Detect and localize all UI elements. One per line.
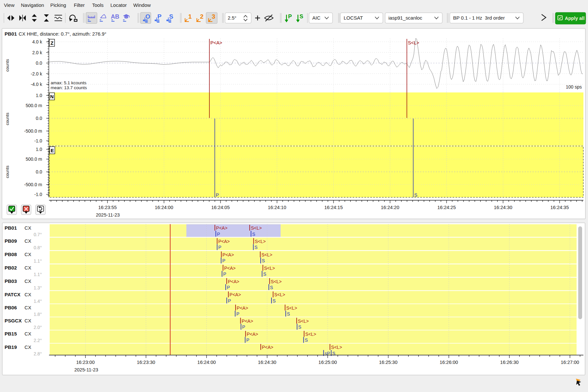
svg-text:S<L>: S<L> bbox=[271, 279, 282, 284]
svg-text:LOCSAT: LOCSAT bbox=[344, 15, 363, 21]
svg-text:S: S bbox=[252, 232, 255, 237]
svg-text:CX: CX bbox=[24, 292, 31, 297]
svg-text:16:23:55: 16:23:55 bbox=[98, 205, 117, 210]
svg-text:16:23:00: 16:23:00 bbox=[76, 360, 94, 365]
svg-text:P: P bbox=[227, 285, 230, 290]
svg-text:0.0: 0.0 bbox=[36, 60, 42, 66]
svg-text:S: S bbox=[254, 245, 257, 250]
svg-text:S<L>: S<L> bbox=[298, 318, 309, 324]
svg-text:S: S bbox=[273, 298, 276, 303]
svg-text:CX: CX bbox=[24, 265, 31, 270]
svg-text:0.0: 0.0 bbox=[36, 169, 42, 174]
svg-text:P<A>: P<A> bbox=[230, 292, 241, 297]
svg-text:P: P bbox=[242, 324, 245, 330]
svg-text:S: S bbox=[270, 285, 273, 290]
svg-text:S<L>: S<L> bbox=[408, 40, 419, 45]
svg-text:mean: 13.7 counts: mean: 13.7 counts bbox=[51, 85, 87, 90]
svg-text:P: P bbox=[223, 271, 226, 277]
svg-text:-1.0: -1.0 bbox=[34, 192, 42, 197]
svg-text:P: P bbox=[288, 13, 292, 20]
svg-text:View: View bbox=[4, 2, 14, 8]
svg-text:-500.0 m: -500.0 m bbox=[24, 182, 42, 187]
svg-text:4.0 k: 4.0 k bbox=[32, 39, 42, 44]
svg-text:P: P bbox=[217, 232, 220, 237]
svg-text:S<L>: S<L> bbox=[251, 225, 262, 231]
svg-text:2025-11-23: 2025-11-23 bbox=[96, 212, 120, 218]
svg-text:CX: CX bbox=[24, 344, 31, 350]
svg-text:16:27:00: 16:27:00 bbox=[561, 360, 579, 365]
svg-text:S<L>: S<L> bbox=[264, 266, 275, 271]
svg-text:P<A>: P<A> bbox=[247, 332, 258, 337]
svg-text:2.2°: 2.2° bbox=[34, 338, 42, 343]
svg-text:CX: CX bbox=[24, 252, 31, 257]
svg-text:2.5°: 2.5° bbox=[228, 15, 237, 21]
svg-text:counts: counts bbox=[5, 165, 10, 178]
svg-text:1.4°: 1.4° bbox=[34, 299, 42, 304]
svg-text:P: P bbox=[218, 245, 221, 250]
svg-text:CX: CX bbox=[24, 305, 31, 310]
svg-text:16:24:30: 16:24:30 bbox=[258, 360, 276, 365]
svg-text:P<A>: P<A> bbox=[224, 266, 236, 271]
svg-text:1.0: 1.0 bbox=[36, 147, 42, 152]
svg-text:1.0: 1.0 bbox=[36, 93, 42, 98]
svg-text:CX: CX bbox=[24, 318, 31, 323]
svg-text:S: S bbox=[300, 13, 303, 20]
svg-text:PB03: PB03 bbox=[5, 278, 17, 284]
svg-text:P: P bbox=[246, 337, 249, 343]
svg-text:0.7°: 0.7° bbox=[34, 232, 42, 237]
svg-text:P: P bbox=[157, 13, 162, 20]
svg-text:16:24:10: 16:24:10 bbox=[268, 205, 286, 210]
svg-text:S<L>: S<L> bbox=[305, 332, 316, 337]
svg-text:P<A>: P<A> bbox=[262, 345, 273, 350]
svg-text:1: 1 bbox=[188, 13, 192, 20]
svg-text:16:24:20: 16:24:20 bbox=[381, 205, 399, 210]
svg-text:16:23:30: 16:23:30 bbox=[137, 360, 155, 365]
svg-text:1.1°: 1.1° bbox=[34, 272, 42, 277]
svg-text:PB09: PB09 bbox=[5, 238, 17, 244]
svg-text:PB06: PB06 bbox=[5, 305, 17, 310]
svg-text:S: S bbox=[287, 311, 290, 317]
svg-text:2.8°: 2.8° bbox=[34, 351, 42, 356]
svg-text:-500.0 m: -500.0 m bbox=[24, 128, 42, 134]
svg-text:P<A>: P<A> bbox=[222, 252, 234, 257]
svg-text:P<A>: P<A> bbox=[242, 318, 253, 324]
svg-text:1.3°: 1.3° bbox=[34, 285, 42, 290]
svg-text:PB01: PB01 bbox=[5, 225, 17, 231]
svg-text:P<A>: P<A> bbox=[237, 305, 248, 311]
svg-text:counts: counts bbox=[5, 112, 10, 125]
svg-text:S<L>: S<L> bbox=[274, 292, 285, 297]
svg-text:Filter: Filter bbox=[74, 2, 85, 8]
svg-text:P<A>: P<A> bbox=[210, 40, 222, 45]
svg-text:CX: CX bbox=[24, 278, 31, 284]
svg-text:PSGCX: PSGCX bbox=[5, 318, 22, 323]
svg-text:16:24:30: 16:24:30 bbox=[494, 205, 512, 210]
svg-text:16:24:25: 16:24:25 bbox=[437, 205, 456, 210]
svg-text:P: P bbox=[216, 192, 219, 198]
svg-text:P<A>: P<A> bbox=[228, 279, 239, 284]
svg-text:S<L>: S<L> bbox=[261, 252, 272, 257]
svg-text:S: S bbox=[414, 192, 417, 198]
svg-text:PB08: PB08 bbox=[5, 252, 17, 257]
svg-text:16:24:35: 16:24:35 bbox=[550, 205, 569, 210]
svg-text:CX: CX bbox=[24, 331, 31, 336]
svg-text:S<L>: S<L> bbox=[331, 345, 342, 350]
svg-text:2: 2 bbox=[200, 13, 204, 20]
svg-text:0.8°: 0.8° bbox=[34, 245, 42, 250]
svg-text:O: O bbox=[145, 13, 150, 20]
svg-text:PB02: PB02 bbox=[5, 265, 17, 270]
svg-text:16:26:00: 16:26:00 bbox=[440, 360, 458, 365]
svg-text:2.0 k: 2.0 k bbox=[32, 50, 42, 55]
svg-text:1.1°: 1.1° bbox=[34, 258, 42, 264]
svg-text:S: S bbox=[305, 337, 308, 343]
svg-text:2.0°: 2.0° bbox=[34, 325, 42, 330]
svg-text:S: S bbox=[169, 13, 173, 20]
svg-text:16:25:00: 16:25:00 bbox=[318, 360, 337, 365]
svg-text:P<A>: P<A> bbox=[218, 239, 230, 244]
svg-text:AIC: AIC bbox=[312, 15, 320, 21]
svg-text:Z: Z bbox=[50, 40, 53, 46]
svg-text:AB: AB bbox=[111, 13, 119, 20]
svg-text:Navigation: Navigation bbox=[21, 2, 44, 8]
svg-text:1.8°: 1.8° bbox=[34, 312, 42, 317]
svg-text:-4.0 k: -4.0 k bbox=[31, 82, 42, 87]
svg-text:-1.0: -1.0 bbox=[34, 138, 42, 143]
